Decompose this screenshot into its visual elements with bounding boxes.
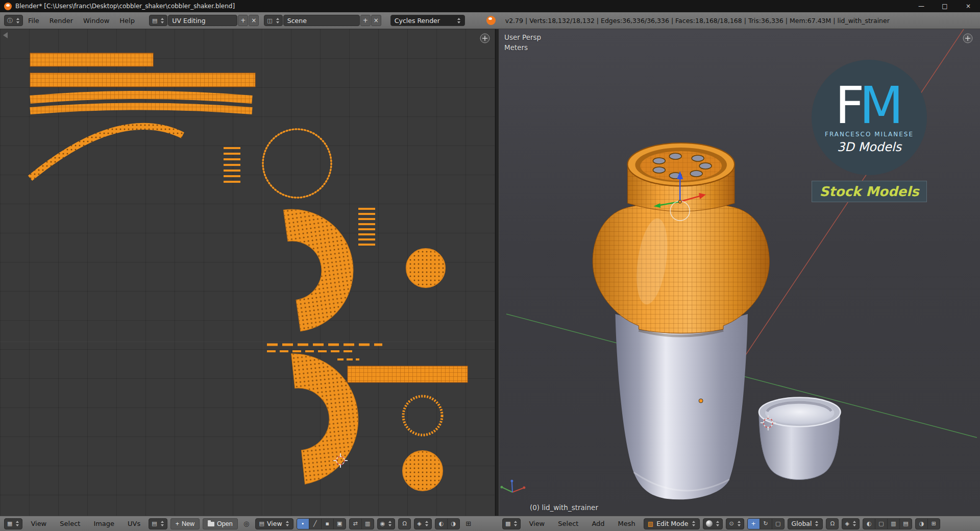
uv-vertex-mode-button[interactable]: ∙ bbox=[297, 519, 309, 529]
uv-sticky-button[interactable]: ▥ bbox=[362, 519, 374, 529]
proportional-edit-dropdown[interactable]: ◉ bbox=[377, 518, 396, 529]
dropdown-arrows-icon bbox=[738, 521, 741, 526]
dropdown-arrows-icon bbox=[286, 521, 289, 526]
uv-island-mode-button[interactable]: ▣ bbox=[334, 519, 346, 529]
scene-statistics: v2.79 | Verts:18,132/18,132 | Edges:36,3… bbox=[505, 17, 890, 25]
render-preview-icon: ◐ bbox=[867, 520, 872, 527]
scene-name-field[interactable]: Scene bbox=[283, 15, 360, 26]
minimize-button[interactable]: — bbox=[910, 0, 933, 12]
window-title: Blender* [C:\Users\franc\Desktop\cobbler… bbox=[15, 3, 235, 10]
new-image-label: New bbox=[182, 520, 194, 527]
region-plus-widget-icon[interactable] bbox=[963, 34, 972, 43]
snap-magnet-button-3d[interactable]: Ω bbox=[826, 519, 838, 529]
half-shade-icon: ◐ bbox=[438, 520, 444, 527]
close-button[interactable]: × bbox=[957, 0, 980, 12]
manipulator-scale-button[interactable]: ▢ bbox=[772, 519, 784, 529]
uv-island-strip-3 bbox=[348, 366, 468, 382]
layers-button[interactable]: ▥ bbox=[888, 519, 900, 529]
uv-face-mode-button[interactable]: ▪ bbox=[322, 519, 334, 529]
grid-plus-icon: ⊞ bbox=[465, 520, 471, 527]
layout-name: UV Editing bbox=[172, 17, 205, 25]
uv-display-group: ◐ ◑ bbox=[435, 518, 460, 529]
sticky-icon: ▥ bbox=[365, 520, 370, 527]
menu-window[interactable]: Window bbox=[78, 17, 114, 25]
occlude-geometry-button[interactable]: ◑ bbox=[916, 519, 928, 529]
view3d-menu-select[interactable]: Select bbox=[553, 520, 583, 527]
render-border-button[interactable]: ▢ bbox=[875, 519, 888, 529]
uv-edge-mode-button[interactable]: ╱ bbox=[309, 519, 322, 529]
blender-logo-icon bbox=[4, 3, 12, 10]
viewport-3d[interactable]: User Persp Meters (0) lid_with_strainer … bbox=[499, 29, 980, 516]
uv-view-dropdown-label: View bbox=[267, 520, 282, 527]
misc-display-icon: ▤ bbox=[903, 520, 908, 527]
pixel-snap-button[interactable]: ⊞ bbox=[463, 518, 474, 529]
render-preview-button[interactable]: ◐ bbox=[863, 519, 875, 529]
uv-menu-image[interactable]: Image bbox=[88, 520, 119, 527]
snap-element-dropdown-3d[interactable]: ◈ bbox=[842, 518, 859, 529]
menu-help[interactable]: Help bbox=[114, 17, 140, 25]
dropdown-arrows-icon bbox=[692, 521, 696, 526]
display-shaded-button[interactable]: ◐ bbox=[435, 519, 448, 529]
view3d-menu-add[interactable]: Add bbox=[586, 520, 609, 527]
units-label: Meters bbox=[504, 43, 528, 52]
window-titlebar: Blender* [C:\Users\franc\Desktop\cobbler… bbox=[0, 0, 980, 12]
add-layout-button[interactable]: + bbox=[238, 15, 248, 26]
layout-browse-dropdown[interactable]: ▤ bbox=[149, 15, 167, 26]
scene-browse-dropdown[interactable]: ◫ bbox=[264, 15, 282, 26]
region-collapse-arrow-icon[interactable] bbox=[3, 32, 8, 38]
logo-letter-m: M bbox=[860, 81, 903, 130]
translate-icon: + bbox=[751, 520, 755, 527]
delete-layout-button[interactable]: × bbox=[249, 15, 259, 26]
pivot-point-dropdown[interactable]: ⊙ bbox=[726, 518, 744, 529]
fm-logo-letters: F M bbox=[835, 81, 903, 130]
uv-sync-group: ⇄ ▥ bbox=[349, 518, 374, 529]
uv-editor-type-dropdown[interactable]: ▦ bbox=[4, 518, 22, 529]
transform-orientation-dropdown[interactable]: Global bbox=[788, 518, 823, 529]
uv-menu-uvs[interactable]: UVs bbox=[122, 520, 145, 527]
uv-editor-canvas[interactable] bbox=[0, 29, 495, 516]
image-browse-dropdown[interactable]: ▤ bbox=[149, 518, 167, 529]
editor-split-divider[interactable] bbox=[495, 29, 499, 516]
layout-browse-icon: ▤ bbox=[152, 17, 157, 24]
layout-name-field[interactable]: UV Editing bbox=[168, 15, 237, 26]
pixel-grid-button[interactable]: ⊞ bbox=[928, 519, 940, 529]
menu-file[interactable]: File bbox=[23, 17, 44, 25]
open-image-button[interactable]: Open bbox=[203, 518, 238, 529]
uv-menu-select[interactable]: Select bbox=[55, 520, 85, 527]
maximize-button[interactable]: □ bbox=[933, 0, 957, 12]
uv-menu-view[interactable]: View bbox=[26, 520, 52, 527]
interaction-mode-dropdown[interactable]: ▧ Edit Mode bbox=[644, 518, 700, 529]
misc-display-button[interactable]: ▤ bbox=[900, 519, 912, 529]
scene-browse-icon: ◫ bbox=[267, 17, 272, 24]
island-mode-icon: ▣ bbox=[337, 520, 342, 527]
uv-editor-header: ▦ View Select Image UVs ▤ + New Open ◎ ▤… bbox=[0, 516, 498, 531]
axis-gizmo bbox=[500, 480, 525, 493]
render-engine-dropdown[interactable]: Cycles Render bbox=[390, 15, 465, 26]
uv-sync-button[interactable]: ⇄ bbox=[350, 519, 362, 529]
add-scene-button[interactable]: + bbox=[360, 15, 371, 26]
manipulator-rotate-button[interactable]: ↻ bbox=[760, 519, 772, 529]
delete-scene-button[interactable]: × bbox=[371, 15, 381, 26]
dropdown-arrows-icon bbox=[514, 521, 518, 526]
view3d-menu-mesh[interactable]: Mesh bbox=[613, 520, 641, 527]
menu-render[interactable]: Render bbox=[44, 17, 78, 25]
pin-button[interactable]: ◎ bbox=[241, 518, 252, 529]
new-image-button[interactable]: + New bbox=[170, 518, 200, 529]
dropdown-arrows-icon bbox=[161, 521, 164, 526]
region-plus-widget-icon[interactable] bbox=[480, 34, 489, 43]
display-stretch-button[interactable]: ◑ bbox=[448, 519, 459, 529]
snap-element-dropdown[interactable]: ◈ bbox=[414, 518, 431, 529]
viewport-shading-dropdown[interactable] bbox=[703, 518, 723, 529]
uv-view-dropdown[interactable]: ▤ View bbox=[255, 518, 293, 529]
uv-snap-group: Ω bbox=[398, 518, 411, 529]
open-image-label: Open bbox=[217, 520, 233, 527]
snap-element-icon: ◈ bbox=[845, 520, 849, 527]
info-header: ⓘ File Render Window Help ▤ UV Editing +… bbox=[0, 12, 980, 29]
view3d-editor-type-dropdown[interactable]: ▩ bbox=[502, 518, 521, 529]
view3d-menu-view[interactable]: View bbox=[524, 520, 550, 527]
dropdown-arrows-icon bbox=[815, 521, 819, 526]
snap-magnet-button[interactable]: Ω bbox=[399, 519, 410, 529]
manipulator-translate-button[interactable]: + bbox=[748, 519, 760, 529]
magnet-icon: Ω bbox=[830, 520, 835, 527]
info-editor-type-dropdown[interactable]: ⓘ bbox=[4, 15, 23, 26]
